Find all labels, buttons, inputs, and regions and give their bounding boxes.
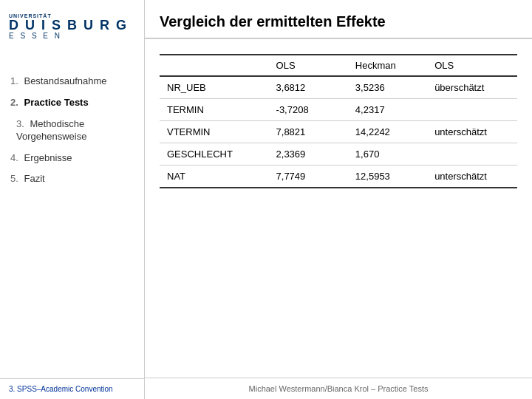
university-name: D U I S B U R G — [9, 18, 135, 32]
col-header-label — [160, 55, 269, 76]
row-5-label: NAT — [160, 166, 269, 188]
footer-area: Michael Westermann/Bianca Krol – Practic… — [145, 378, 532, 399]
nav-item-2[interactable]: 2. Practice Tests — [10, 92, 144, 114]
nav-item-2-num: 2. — [10, 97, 18, 108]
row-4-ols: 2,3369 — [269, 143, 348, 166]
row-2-heckman: 4,2317 — [348, 99, 427, 121]
col-header-heckman: Heckman — [348, 55, 427, 76]
header-area: Vergleich der ermittelten Effekte — [145, 0, 532, 39]
main-content: Vergleich der ermittelten Effekte OLS He… — [144, 0, 532, 399]
row-5-note: unterschätzt — [427, 166, 517, 188]
navigation: 1. Bestandsaufnahme 2. Practice Tests 3.… — [0, 71, 144, 190]
table-row: NAT 7,7749 12,5953 unterschätzt — [160, 166, 517, 188]
row-2-label: TERMIN — [160, 99, 269, 121]
nav-item-3[interactable]: 3. Methodische Vorgehensweise — [10, 114, 144, 148]
nav-item-5-label: Fazit — [24, 173, 44, 184]
nav-item-5-num: 5. — [10, 173, 18, 184]
nav-item-3-label: Methodische Vorgehensweise — [16, 118, 86, 142]
footer-text: Michael Westermann/Bianca Krol – Practic… — [249, 384, 429, 393]
table-row: VTERMIN 7,8821 14,2242 unterschätzt — [160, 121, 517, 143]
nav-item-1[interactable]: 1. Bestandsaufnahme — [10, 71, 144, 92]
nav-item-1-num: 1. — [10, 75, 18, 86]
table-row: NR_UEB 3,6812 3,5236 überschätzt — [160, 76, 517, 99]
nav-item-1-label: Bestandsaufnahme — [24, 75, 106, 86]
row-5-ols: 7,7749 — [269, 166, 348, 188]
nav-item-2-label: Practice Tests — [24, 97, 88, 108]
table-row: TERMIN -3,7208 4,2317 — [160, 99, 517, 121]
row-5-heckman: 12,5953 — [348, 166, 427, 188]
table-row: GESCHLECHT 2,3369 1,670 — [160, 143, 517, 166]
col-header-ols1: OLS — [269, 55, 348, 76]
row-4-note — [427, 143, 517, 166]
row-4-label: GESCHLECHT — [160, 143, 269, 166]
row-3-heckman: 14,2242 — [348, 121, 427, 143]
nav-item-4-num: 4. — [10, 152, 18, 163]
row-1-heckman: 3,5236 — [348, 76, 427, 99]
comparison-table: OLS Heckman OLS NR_UEB 3,6812 3,5236 übe… — [160, 54, 517, 188]
row-1-note: überschätzt — [427, 76, 517, 99]
table-header-row: OLS Heckman OLS — [160, 55, 517, 76]
university-sub: E S S E N — [9, 32, 135, 40]
page-title: Vergleich der ermittelten Effekte — [160, 13, 517, 30]
row-2-note — [427, 99, 517, 121]
sidebar-footer: 3. SPSS–Academic Convention — [0, 378, 144, 399]
row-1-label: NR_UEB — [160, 76, 269, 99]
nav-item-4-label: Ergebnisse — [24, 152, 72, 163]
nav-item-5[interactable]: 5. Fazit — [10, 168, 144, 190]
sidebar: UNIVERSITÄT D U I S B U R G E S S E N 1.… — [0, 0, 144, 399]
row-3-label: VTERMIN — [160, 121, 269, 143]
row-3-note: unterschätzt — [427, 121, 517, 143]
row-3-ols: 7,8821 — [269, 121, 348, 143]
row-1-ols: 3,6812 — [269, 76, 348, 99]
nav-item-4[interactable]: 4. Ergebnisse — [10, 148, 144, 169]
row-2-ols: -3,7208 — [269, 99, 348, 121]
logo-area: UNIVERSITÄT D U I S B U R G E S S E N — [0, 7, 144, 49]
sidebar-footer-label: 3. SPSS–Academic Convention — [9, 385, 113, 393]
col-header-ols2: OLS — [427, 55, 517, 76]
content-area: OLS Heckman OLS NR_UEB 3,6812 3,5236 übe… — [145, 39, 532, 378]
row-4-heckman: 1,670 — [348, 143, 427, 166]
nav-item-3-num: 3. — [16, 118, 24, 129]
